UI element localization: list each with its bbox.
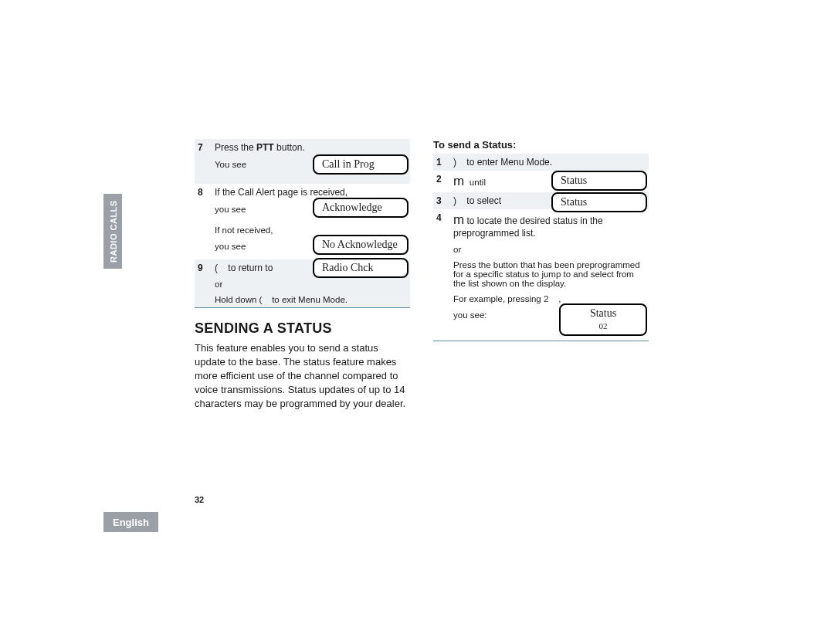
side-tab-radio-calls: RADIO CALLS: [103, 194, 122, 269]
language-label: English: [113, 517, 149, 528]
scroll-icon: m: [453, 174, 464, 188]
lcd-status: Status: [551, 192, 647, 212]
table-row: 4 m to locate the desired status in the …: [433, 209, 649, 242]
select-icon: ): [453, 195, 456, 206]
lcd-call-in-prog: Call in Prog: [313, 154, 409, 175]
step-number: 8: [195, 184, 212, 201]
lcd-status-02: Status 02: [559, 303, 647, 336]
scroll-icon: m: [453, 212, 464, 227]
step-text: to enter Menu Mode.: [466, 157, 552, 168]
content-columns: 7 Press the PTT button. You see Call in …: [195, 139, 649, 411]
table-row: 2 m until Status: [433, 171, 649, 192]
you-see-label: you see: [215, 242, 246, 251]
or-label: or: [212, 276, 410, 292]
table-row: Hold down ( to exit Menu Mode.: [195, 292, 410, 307]
side-tab-label: RADIO CALLS: [109, 200, 118, 263]
right-column: To send a Status: 1 ) to enter Menu Mode…: [433, 139, 649, 411]
right-steps-table: 1 ) to enter Menu Mode. 2 m until Status: [433, 154, 649, 341]
table-row: or: [433, 242, 649, 257]
page-number: 32: [195, 495, 204, 504]
table-row: 7 Press the PTT button.: [195, 139, 410, 156]
return-text: to return to: [228, 263, 273, 273]
table-divider: [195, 307, 410, 308]
you-see-label: you see: [215, 205, 246, 214]
left-steps-table: 7 Press the PTT button. You see Call in …: [195, 139, 410, 308]
step-text: to locate the desired status in the prep…: [453, 215, 603, 239]
step-number: 4: [433, 209, 450, 242]
table-row: you see: Status 02: [433, 307, 649, 341]
table-row: Press the button that has been preprogra…: [433, 257, 649, 291]
step-number: 2: [433, 171, 450, 192]
you-see-label: You see: [215, 160, 246, 169]
table-row: you see Acknowledge: [195, 201, 410, 222]
step-number: 7: [195, 139, 212, 156]
left-column: 7 Press the PTT button. You see Call in …: [195, 139, 410, 411]
table-divider: [433, 341, 649, 341]
step-text: Press the button that has been preprogra…: [450, 257, 649, 291]
page: RADIO CALLS English 32 7 Press the PTT b…: [0, 0, 834, 644]
lcd-acknowledge: Acknowledge: [313, 198, 409, 218]
step-text: Press the PTT button.: [212, 139, 410, 156]
select-icon: ): [453, 157, 456, 168]
table-row: you see No Acknowledge: [195, 238, 410, 259]
lcd-status: Status: [551, 171, 647, 191]
table-row: or: [195, 276, 410, 292]
or-label: or: [450, 242, 649, 257]
step-text: until: [470, 178, 486, 187]
back-icon: (: [259, 295, 263, 304]
step-text: to select: [466, 195, 501, 206]
to-send-status-heading: To send a Status:: [433, 139, 649, 151]
lcd-no-ack: No Acknowledge: [313, 235, 409, 255]
step-number: 3: [433, 192, 450, 209]
step-number: 9: [195, 259, 212, 276]
language-tab: English: [103, 512, 158, 532]
you-see-label: you see:: [453, 310, 486, 320]
section-heading: SENDING A STATUS: [195, 320, 410, 337]
table-row: 9 ( to return to Radio Chck: [195, 259, 410, 276]
table-row: You see Call in Prog: [195, 156, 410, 184]
back-icon: (: [215, 263, 218, 273]
lcd-radio-chck: Radio Chck: [313, 258, 409, 278]
section-body: This feature enables you to send a statu…: [195, 341, 410, 411]
table-row: 3 ) to select Status: [433, 192, 649, 209]
table-row: 1 ) to enter Menu Mode.: [433, 154, 649, 171]
step-number: 1: [433, 154, 450, 171]
